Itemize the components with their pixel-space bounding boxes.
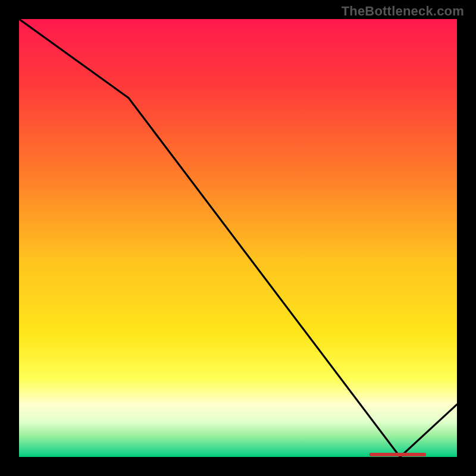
plot-area	[19, 19, 457, 457]
gradient-rect	[19, 19, 457, 457]
plot-frame	[19, 19, 457, 457]
valley-highlight	[369, 453, 427, 456]
chart-root: TheBottleneck.com	[0, 0, 476, 476]
gradient-background	[19, 19, 457, 457]
attribution-label: TheBottleneck.com	[342, 4, 464, 19]
